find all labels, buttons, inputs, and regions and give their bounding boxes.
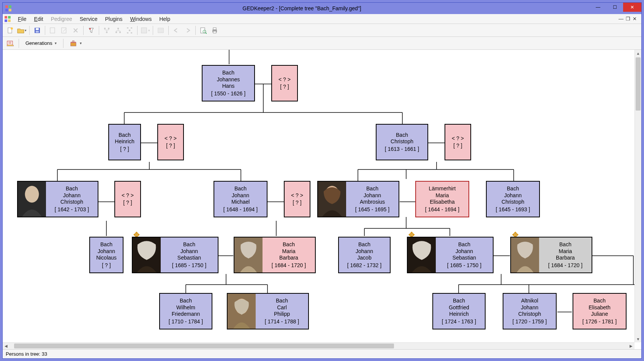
person-jjacob[interactable]: Bach Johann Jacob [ 1682 - 1732 ]	[338, 237, 391, 273]
dates: [ ? ]	[123, 200, 132, 206]
open-file-button[interactable]: ▾	[16, 25, 27, 36]
tree-tools-dropdown[interactable]	[66, 38, 85, 48]
surname: Bach	[183, 241, 195, 248]
nav-forward-button[interactable]	[182, 25, 193, 36]
menu-edit[interactable]: Edit	[30, 14, 47, 24]
person-nicolaus[interactable]: Bach Johann Nicolaus [ ? ]	[89, 237, 123, 273]
surname: Bach	[593, 298, 606, 304]
svg-point-39	[25, 186, 39, 203]
person-jmichael[interactable]: Bach Johann Michael [ 1648 - 1694 ]	[214, 181, 267, 217]
person-elizjuliane[interactable]: Bach Elisabeth Juliane [ 1726 - 1781 ]	[573, 293, 627, 329]
person-heinrich[interactable]: Bach Heinrich [ ? ]	[108, 124, 141, 160]
scroll-right-icon[interactable]: ▶	[628, 343, 635, 349]
dates: [ 1648 - 1694 ]	[223, 206, 258, 213]
scroll-up-icon[interactable]: ▲	[635, 50, 641, 57]
person-wfriedemann[interactable]: Bach Wilhelm Friedemann [ 1710 - 1784 ]	[159, 293, 212, 329]
person-cphilipp[interactable]: Bach Carl Philipp [ 1714 - 1788 ]	[227, 293, 309, 329]
given-name: Johann	[63, 192, 81, 199]
app-window: GEDKeeper2 - [Complete tree "Bach_Family…	[2, 2, 642, 359]
tree-descendants-button[interactable]	[113, 25, 123, 36]
tree-ancestors-button[interactable]	[101, 25, 112, 36]
surname: Bach	[180, 298, 192, 304]
person-heinrich-spouse[interactable]: < ? > [ ? ]	[157, 124, 184, 160]
horizontal-scrollbar[interactable]: ◀ ▶	[3, 342, 635, 349]
menu-help[interactable]: Help	[155, 14, 174, 24]
person-christoph1-spouse[interactable]: < ? > [ ? ]	[445, 124, 471, 160]
mdi-close-icon[interactable]: ✕	[633, 16, 637, 22]
given-name: Christoph	[60, 199, 83, 206]
window-controls: — ☐ ✕	[590, 3, 641, 14]
tree-config-button[interactable]	[5, 38, 16, 49]
given-name: Gottfried	[449, 304, 469, 311]
app-icon	[5, 5, 12, 12]
toolbox-icon	[70, 40, 78, 47]
svg-rect-23	[127, 27, 128, 28]
stats-button[interactable]	[155, 25, 166, 36]
preview-button[interactable]	[198, 25, 209, 36]
record-delete-button[interactable]	[70, 25, 81, 36]
person-lammerhirt[interactable]: Lämmerhirt Maria Elisabetha [ 1644 - 169…	[415, 181, 469, 217]
scroll-left-icon[interactable]: ◀	[3, 343, 9, 349]
dates: [ 1724 - 1763 ]	[442, 318, 476, 325]
person-jmichael-spouse[interactable]: < ? > [ ? ]	[284, 181, 310, 217]
maximize-button[interactable]: ☐	[606, 3, 623, 12]
person-christoph1[interactable]: Bach Christoph [ 1613 - 1661 ]	[376, 124, 428, 160]
person-johannes[interactable]: Bach Johannes Hans [ 1550 - 1626 ]	[202, 65, 255, 101]
svg-rect-1	[9, 5, 11, 8]
tree-canvas[interactable]: Bach Johannes Hans [ 1550 - 1626 ] < ? >…	[3, 50, 635, 342]
tree-both-button[interactable]	[124, 25, 135, 36]
person-jchristoph2[interactable]: Bach Johann Christoph [ 1645 - 1693 ]	[486, 181, 540, 217]
save-button[interactable]	[32, 25, 43, 36]
dates: [ 1645 - 1693 ]	[496, 206, 530, 213]
mdi-restore-icon[interactable]: ❐	[626, 16, 630, 22]
mdi-minimize-icon[interactable]: —	[619, 16, 623, 22]
dates: [ 1720 - 1759 ]	[513, 318, 547, 325]
person-johannes-spouse[interactable]: < ? > [ ? ]	[271, 65, 298, 101]
dates: [ ? ]	[120, 146, 129, 153]
person-jsb2[interactable]: Bach Johann Sebastian [ 1685 - 1750 ]	[407, 237, 494, 273]
portrait	[408, 238, 436, 272]
menu-service[interactable]: Service	[76, 14, 101, 24]
toolbar-tree: Generations	[3, 37, 641, 50]
person-jchristoph1-spouse[interactable]: < ? > [ ? ]	[114, 181, 141, 217]
scroll-down-icon[interactable]: ▼	[635, 336, 641, 342]
person-jchristoph1[interactable]: Bach Johann Christoph [ 1642 - 1703 ]	[17, 181, 98, 217]
filter-button[interactable]	[86, 25, 97, 36]
record-edit-button[interactable]	[59, 25, 70, 36]
given-name: Barbara	[279, 255, 298, 261]
record-add-button[interactable]	[47, 25, 58, 36]
minimize-button[interactable]: —	[590, 3, 606, 12]
menu-plugins[interactable]: Plugins	[101, 14, 126, 24]
nav-back-button[interactable]	[171, 25, 182, 36]
surname: Bach	[222, 70, 234, 76]
new-file-button[interactable]	[5, 25, 16, 36]
close-button[interactable]: ✕	[623, 3, 641, 12]
svg-rect-34	[7, 41, 13, 45]
surname: Bach	[66, 185, 78, 192]
toolbar-separator	[83, 26, 84, 35]
given-name: Johann	[232, 192, 249, 199]
given-name: Johann	[356, 248, 373, 255]
scroll-thumb[interactable]	[636, 57, 641, 111]
vertical-scrollbar[interactable]: ▲ ▼	[635, 50, 641, 342]
person-mbarbara1[interactable]: Bach Maria Barbara [ 1684 - 1720 ]	[234, 237, 316, 273]
pedigree-button[interactable]: ▾	[140, 25, 150, 36]
surname: Bach	[396, 132, 408, 139]
person-altnikol[interactable]: Altnikol Johann Christoph [ 1720 - 1759 …	[503, 293, 557, 329]
person-gottfried[interactable]: Bach Gottfried Heinrich [ 1724 - 1763 ]	[432, 293, 486, 329]
svg-rect-33	[213, 31, 216, 33]
svg-rect-16	[106, 32, 108, 33]
portrait	[133, 238, 161, 272]
scroll-thumb[interactable]	[14, 344, 394, 348]
person-jsb1[interactable]: Bach Johann Sebastian [ 1685 - 1750 ]	[132, 237, 218, 273]
person-mbarbara2[interactable]: Bach Maria Barbara [ 1684 - 1720 ]	[510, 237, 592, 273]
generations-dropdown[interactable]: Generations	[22, 38, 60, 48]
menu-file[interactable]: File	[14, 14, 30, 24]
person-jambrosius[interactable]: Bach Johann Ambrosius [ 1645 - 1695 ]	[317, 181, 399, 217]
given-name: Johannes	[217, 76, 240, 83]
given-name: Johann	[180, 248, 198, 255]
unknown-label: < ? >	[452, 135, 464, 142]
menu-windows[interactable]: Windows	[126, 14, 155, 24]
print-button[interactable]	[209, 25, 220, 36]
surname: Bach	[276, 298, 288, 304]
